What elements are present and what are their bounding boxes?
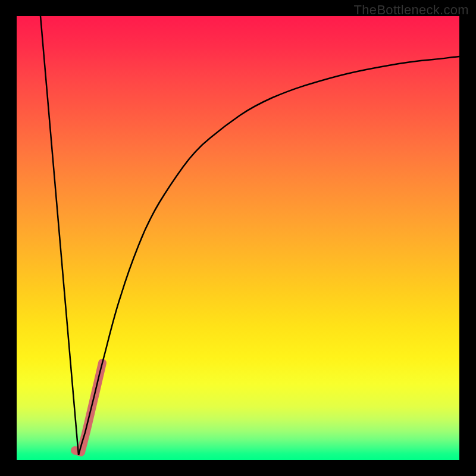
chart-container: TheBottleneck.com	[0, 0, 476, 476]
ascending-curve	[79, 57, 459, 455]
descending-line	[40, 16, 79, 455]
plot-area	[17, 16, 459, 460]
watermark-text: TheBottleneck.com	[354, 2, 469, 18]
chart-svg	[17, 16, 459, 460]
